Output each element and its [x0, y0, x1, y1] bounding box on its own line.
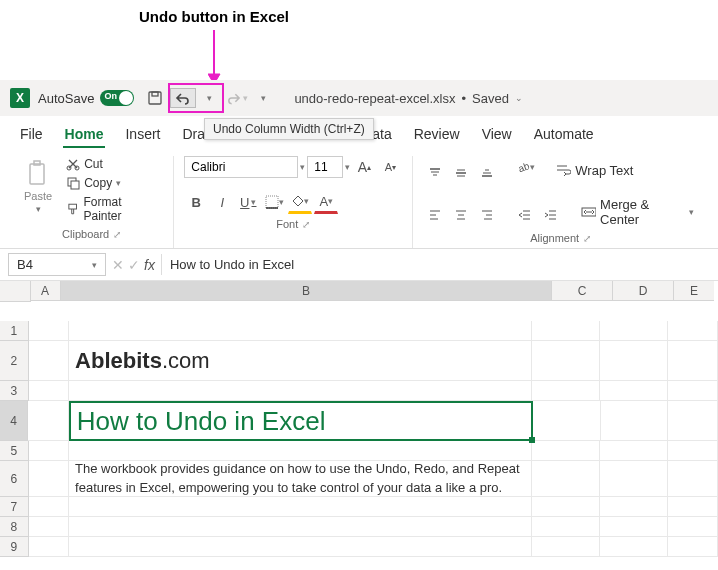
wrap-text-label: Wrap Text — [575, 163, 633, 178]
qat-customize[interactable]: ▾ — [252, 87, 274, 109]
bold-button[interactable]: B — [184, 191, 208, 213]
group-clipboard: Paste ▾ Cut Copy ▾ Format Painter C — [10, 156, 174, 248]
align-left-button[interactable] — [423, 204, 447, 226]
increase-indent-button[interactable] — [539, 204, 563, 226]
col-head-d[interactable]: D — [613, 281, 674, 301]
group-font: ▾ ▾ A▴ A▾ B I U▾ ▾ ▾ A▾ Font⤢ — [174, 156, 413, 248]
redo-button[interactable]: ▾ — [226, 87, 248, 109]
format-painter-button[interactable]: Format Painter — [62, 194, 163, 224]
col-head-b[interactable]: B — [61, 281, 552, 301]
selection-handle[interactable] — [529, 437, 535, 443]
orientation-button[interactable]: ab▾ — [513, 156, 537, 178]
cut-button[interactable]: Cut — [62, 156, 163, 172]
cell-b4-content: How to Undo in Excel — [77, 406, 326, 437]
align-center-button[interactable] — [449, 204, 473, 226]
svg-rect-5 — [34, 161, 40, 165]
border-button[interactable]: ▾ — [262, 191, 286, 213]
italic-button[interactable]: I — [210, 191, 234, 213]
document-name: undo-redo-repeat-excel.xlsx — [294, 91, 455, 106]
align-top-button[interactable] — [423, 162, 447, 184]
document-title[interactable]: undo-redo-repeat-excel.xlsx • Saved ⌄ — [294, 91, 523, 106]
row-head-9[interactable]: 9 — [0, 537, 29, 557]
titlebar: X AutoSave On ▾ ▾ ▾ undo-redo-repeat-exc… — [0, 80, 718, 116]
tab-view[interactable]: View — [480, 122, 514, 148]
row-head-5[interactable]: 5 — [0, 441, 29, 461]
decrease-indent-button[interactable] — [513, 204, 537, 226]
wrap-text-button[interactable]: Wrap Text — [551, 156, 637, 184]
excel-app-icon: X — [10, 88, 30, 108]
undo-dropdown[interactable]: ▾ — [198, 87, 220, 109]
svg-rect-10 — [69, 204, 77, 209]
tab-insert[interactable]: Insert — [123, 122, 162, 148]
svg-rect-11 — [266, 196, 278, 208]
name-box-value: B4 — [17, 257, 33, 272]
row-head-7[interactable]: 7 — [0, 497, 29, 517]
increase-font-button[interactable]: A▴ — [352, 156, 376, 178]
tab-automate[interactable]: Automate — [532, 122, 596, 148]
paste-button[interactable]: Paste ▾ — [20, 156, 56, 218]
fill-color-button[interactable]: ▾ — [288, 190, 312, 214]
ablebits-logo: Ablebits.com — [75, 348, 209, 374]
undo-tooltip: Undo Column Width (Ctrl+Z) — [204, 118, 374, 140]
row-head-6[interactable]: 6 — [0, 461, 29, 497]
annotation-arrow — [208, 30, 228, 86]
underline-button[interactable]: U▾ — [236, 191, 260, 213]
autosave-toggle[interactable]: On — [100, 90, 134, 106]
formula-bar-area: B4 ▾ ✕ ✓ fx How to Undo in Excel — [0, 249, 718, 281]
tab-file[interactable]: File — [18, 122, 45, 148]
autosave-label: AutoSave — [38, 91, 94, 106]
group-alignment: ab▾ Wrap Text Merge & Cent — [413, 156, 708, 248]
font-size-input[interactable] — [307, 156, 343, 178]
svg-rect-9 — [71, 181, 79, 189]
format-painter-label: Format Painter — [84, 195, 160, 223]
toggle-knob — [119, 91, 133, 105]
name-box[interactable]: B4 ▾ — [8, 253, 106, 276]
font-name-input[interactable] — [184, 156, 298, 178]
merge-center-label: Merge & Center — [600, 197, 685, 227]
cell-b6[interactable]: The workbook provides guidance on how to… — [69, 461, 532, 497]
alignment-group-label: Alignment — [530, 232, 579, 244]
save-button[interactable] — [144, 87, 166, 109]
paste-label: Paste — [24, 190, 52, 202]
select-all-corner[interactable] — [0, 281, 31, 302]
svg-rect-4 — [30, 164, 44, 184]
active-cell[interactable]: How to Undo in Excel — [69, 401, 533, 441]
font-group-label: Font — [276, 218, 298, 230]
row-head-2[interactable]: 2 — [0, 341, 29, 381]
align-middle-button[interactable] — [449, 162, 473, 184]
copy-label: Copy — [84, 176, 112, 190]
cancel-formula-icon[interactable]: ✕ — [112, 257, 124, 273]
alignment-launcher-icon[interactable]: ⤢ — [583, 233, 591, 244]
row-head-4[interactable]: 4 — [0, 401, 28, 441]
clipboard-group-label: Clipboard — [62, 228, 109, 240]
merge-center-button[interactable]: Merge & Center ▾ — [577, 196, 698, 228]
align-right-button[interactable] — [475, 204, 499, 226]
enter-formula-icon[interactable]: ✓ — [128, 257, 140, 273]
decrease-font-button[interactable]: A▾ — [378, 156, 402, 178]
svg-rect-3 — [152, 92, 158, 96]
col-head-e[interactable]: E — [674, 281, 714, 301]
autosave-toggle-text: On — [104, 91, 117, 101]
fx-icon[interactable]: fx — [144, 257, 155, 273]
col-head-a[interactable]: A — [30, 281, 61, 301]
align-bottom-button[interactable] — [475, 162, 499, 184]
copy-button[interactable]: Copy ▾ — [62, 175, 163, 191]
col-head-c[interactable]: C — [552, 281, 613, 301]
svg-rect-2 — [149, 92, 161, 104]
row-head-3[interactable]: 3 — [0, 381, 29, 401]
autosave-control[interactable]: AutoSave On — [38, 90, 134, 106]
undo-button[interactable] — [170, 88, 196, 108]
tab-review[interactable]: Review — [412, 122, 462, 148]
clipboard-launcher-icon[interactable]: ⤢ — [113, 229, 121, 240]
cut-label: Cut — [84, 157, 103, 171]
row-head-8[interactable]: 8 — [0, 517, 29, 537]
tab-home[interactable]: Home — [63, 122, 106, 148]
formula-bar[interactable]: How to Undo in Excel — [161, 254, 710, 275]
font-color-button[interactable]: A▾ — [314, 190, 338, 214]
undo-highlight-box: ▾ — [168, 83, 224, 113]
annotation-label: Undo button in Excel — [139, 8, 289, 25]
worksheet-grid: A B C D E 1 2Ablebits.com 3 4How to Undo… — [0, 281, 718, 557]
ribbon: Paste ▾ Cut Copy ▾ Format Painter C — [0, 150, 718, 249]
row-head-1[interactable]: 1 — [0, 321, 29, 341]
font-launcher-icon[interactable]: ⤢ — [302, 219, 310, 230]
